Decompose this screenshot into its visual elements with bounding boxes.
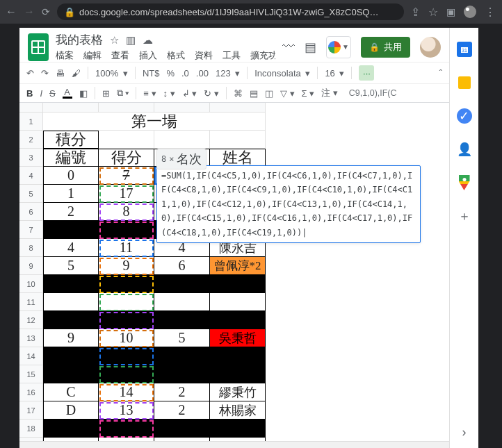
print-button[interactable]: 🖶 — [56, 68, 65, 78]
cell[interactable] — [210, 275, 266, 293]
menu-edit[interactable]: 編輯 — [83, 49, 102, 62]
extensions-icon[interactable]: ▣ — [446, 6, 455, 17]
cell[interactable] — [154, 365, 210, 383]
row-header[interactable]: 3 — [19, 149, 43, 167]
cell[interactable] — [99, 221, 154, 239]
fill-color-button[interactable]: ◧ — [79, 88, 88, 99]
cell[interactable] — [210, 420, 266, 438]
move-folder-icon[interactable]: ▥ — [126, 34, 136, 47]
horizontal-scrollbar[interactable] — [19, 441, 449, 448]
cell[interactable] — [99, 293, 154, 311]
cell[interactable] — [99, 347, 154, 365]
translate-icon[interactable]: ⇪ — [411, 6, 420, 19]
cell[interactable]: 編號 — [43, 149, 99, 167]
cell[interactable]: 5 — [154, 329, 210, 347]
collapse-rail-button[interactable]: › — [457, 424, 472, 440]
keep-icon[interactable] — [457, 75, 472, 90]
cell[interactable] — [210, 131, 266, 149]
cell[interactable] — [43, 347, 99, 365]
cell[interactable] — [43, 365, 99, 383]
font-select[interactable]: Inconsolata ▾ — [254, 68, 310, 78]
address-bar[interactable]: 🔒 docs.google.com/spreadsheets/d/1IJ9I9a… — [57, 3, 404, 20]
cell[interactable] — [210, 293, 266, 311]
select-all-corner[interactable] — [19, 103, 43, 113]
browser-menu[interactable]: ⋮ — [485, 6, 496, 19]
cell[interactable]: 8 — [99, 203, 154, 221]
account-avatar[interactable] — [420, 37, 441, 58]
add-addon-button[interactable]: ＋ — [457, 208, 472, 224]
decrease-decimal-button[interactable]: .0 — [181, 68, 189, 78]
cell[interactable] — [99, 275, 154, 293]
row-header[interactable]: 6 — [19, 203, 43, 221]
bold-button[interactable]: B — [26, 88, 33, 99]
row-header[interactable]: 15 — [19, 365, 43, 383]
row-header[interactable]: 16 — [19, 383, 43, 401]
back-button[interactable]: ← — [6, 6, 17, 18]
cell[interactable] — [43, 275, 99, 293]
cell[interactable]: 0 — [43, 167, 99, 185]
merged-title-cell[interactable]: 第一場 — [43, 113, 266, 131]
cell[interactable] — [210, 311, 266, 329]
zoom-select[interactable]: 100% ▾ — [95, 68, 128, 78]
cell[interactable]: 4 — [43, 239, 99, 257]
cell[interactable] — [99, 438, 154, 441]
percent-button[interactable]: % — [166, 68, 175, 78]
more-tools-button[interactable]: ··· — [359, 65, 374, 81]
row-header[interactable]: 13 — [19, 329, 43, 347]
cell[interactable]: 9 — [43, 329, 99, 347]
row-header[interactable]: 14 — [19, 347, 43, 365]
cell[interactable] — [99, 365, 154, 383]
cell[interactable]: 2 — [43, 203, 99, 221]
row-header[interactable]: 10 — [19, 275, 43, 293]
cell[interactable]: 林賜家 — [210, 401, 266, 420]
borders-button[interactable]: ⊞ — [102, 88, 110, 99]
ime-button[interactable]: 注 ▾ — [321, 87, 338, 99]
cell[interactable] — [43, 311, 99, 329]
number-format-button[interactable]: 123 ▾ — [216, 68, 240, 78]
comment-button[interactable]: ▤ — [250, 88, 258, 99]
cell[interactable]: 積分 — [43, 131, 99, 149]
cell[interactable] — [154, 311, 210, 329]
star-icon[interactable]: ☆ — [428, 6, 438, 19]
share-button[interactable]: 🔒 共用 — [361, 37, 410, 58]
cell[interactable]: 2 — [154, 383, 210, 401]
redo-button[interactable]: ↷ — [41, 68, 49, 78]
formula-editor-popup[interactable]: =SUM(1,IF(C4<C5,1,0),IF(C4<C6,1,0),IF(C4… — [156, 165, 421, 243]
functions-button[interactable]: Σ ▾ — [302, 88, 315, 99]
menu-view[interactable]: 查看 — [111, 49, 129, 62]
cell[interactable]: 10 — [99, 329, 154, 347]
row-header[interactable]: 17 — [19, 401, 43, 420]
cell[interactable]: 繆秉竹 — [210, 383, 266, 401]
menu-data[interactable]: 資料 — [195, 49, 213, 62]
sheet-area[interactable]: 1 第一場 2 積分 3 編號 得分 名次 姓名 4 0 7 — [19, 103, 449, 441]
cell[interactable] — [210, 438, 266, 441]
currency-button[interactable]: NT$ — [143, 68, 160, 78]
cell[interactable] — [99, 311, 154, 329]
cell[interactable] — [154, 420, 210, 438]
v-align-button[interactable]: ↕ ▾ — [163, 88, 175, 99]
menu-format[interactable]: 格式 — [167, 49, 185, 62]
cell[interactable]: 吳秉哲 — [210, 329, 266, 347]
cell[interactable] — [43, 221, 99, 239]
cell[interactable]: 17 — [99, 185, 154, 203]
cell[interactable] — [154, 131, 210, 149]
tasks-icon[interactable]: ✓ — [457, 108, 472, 124]
row-header[interactable]: 19 — [19, 438, 43, 441]
cell[interactable] — [154, 438, 210, 441]
cell[interactable] — [99, 420, 154, 438]
comment-icon[interactable]: ▤ — [305, 40, 316, 55]
calendar-icon[interactable]: 31 — [457, 42, 472, 57]
history-icon[interactable]: 〰 — [282, 40, 295, 54]
collapse-toolbar-button[interactable]: ˆ — [439, 68, 442, 78]
row-header[interactable]: 4 — [19, 167, 43, 185]
increase-decimal-button[interactable]: .00 — [196, 68, 209, 78]
cell[interactable] — [43, 293, 99, 311]
h-align-button[interactable]: ≡ ▾ — [143, 88, 156, 99]
cell[interactable]: 14 — [99, 383, 154, 401]
strike-button[interactable]: S — [49, 88, 56, 99]
row-header[interactable]: 18 — [19, 420, 43, 438]
cell[interactable]: C — [43, 383, 99, 401]
reload-button[interactable]: ⟳ — [42, 6, 50, 17]
row-header[interactable]: 5 — [19, 185, 43, 203]
filter-button[interactable]: ▽ ▾ — [280, 88, 295, 99]
